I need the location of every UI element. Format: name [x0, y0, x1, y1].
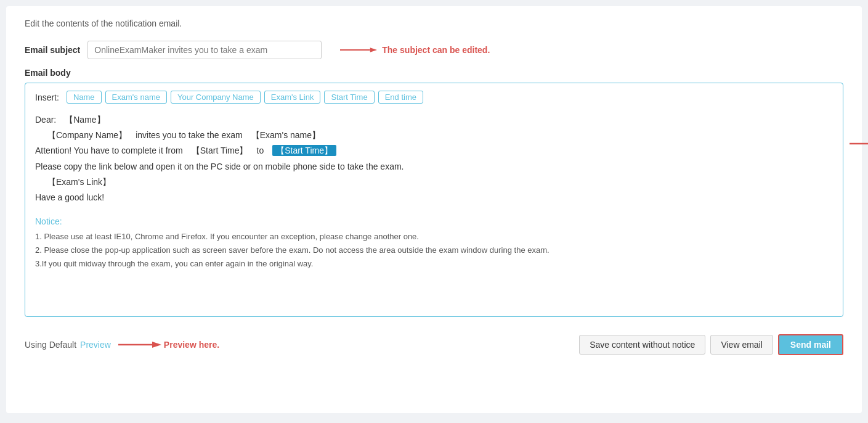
using-default-label: Using Default: [25, 340, 76, 350]
email-body-label: Email body: [25, 68, 843, 78]
page-description: Edit the contents of the notification em…: [25, 18, 843, 28]
subject-hint-text: The subject can be edited.: [382, 45, 490, 55]
insert-label: Insert:: [35, 92, 59, 102]
view-email-button[interactable]: View email: [710, 335, 773, 355]
email-line-1: Dear: 【Name】: [35, 112, 833, 128]
subject-arrow-icon: [340, 45, 377, 55]
email-line-5: 【Exam's Link】: [47, 175, 833, 190]
insert-company-name-tag[interactable]: Your Company Name: [171, 91, 261, 104]
send-mail-button[interactable]: Send mail: [778, 334, 843, 355]
insert-end-time-tag[interactable]: End time: [378, 91, 423, 104]
email-line-2: 【Company Name】 invites you to take the e…: [47, 128, 833, 143]
email-subject-label: Email subject: [25, 45, 80, 55]
email-line-4: Please copy the link below and open it o…: [35, 159, 833, 175]
start-time-highlighted: 【Start Time】: [272, 145, 336, 156]
email-body-content: Dear: 【Name】 【Company Name】 invites you …: [35, 112, 833, 205]
notice-section: Notice: 1. Please use at least IE10, Chr…: [35, 216, 833, 271]
email-subject-input[interactable]: [87, 41, 322, 59]
notice-item-2: 2. Please close the pop-up application s…: [35, 244, 833, 257]
preview-link[interactable]: Preview: [80, 340, 111, 350]
notice-item-3: 3.If you quit midway through the exam, y…: [35, 257, 833, 271]
save-without-notice-button[interactable]: Save content without notice: [579, 335, 705, 355]
email-line-3: Attention! You have to complete it from …: [35, 143, 833, 158]
insert-name-tag[interactable]: Name: [67, 91, 102, 104]
notice-title: Notice:: [35, 216, 833, 226]
svg-marker-1: [370, 47, 377, 52]
insert-exams-name-tag[interactable]: Exam's name: [105, 91, 167, 104]
footer-actions: Save content without notice View email S…: [579, 334, 843, 355]
notice-item-1: 1. Please use at least IE10, Chrome and …: [35, 230, 833, 244]
footer-row: Using Default Preview Preview here. Save…: [25, 327, 843, 355]
body-arrow-icon: [850, 134, 868, 153]
preview-arrow-icon: [118, 339, 161, 351]
insert-start-time-tag[interactable]: Start Time: [324, 91, 374, 104]
svg-marker-5: [152, 342, 161, 348]
preview-hint-text: Preview here.: [164, 340, 219, 350]
preview-hint: Preview here.: [118, 339, 219, 351]
email-line-6: Have a good luck!: [35, 190, 833, 205]
insert-exam-link-tag[interactable]: Exam's Link: [264, 91, 321, 104]
